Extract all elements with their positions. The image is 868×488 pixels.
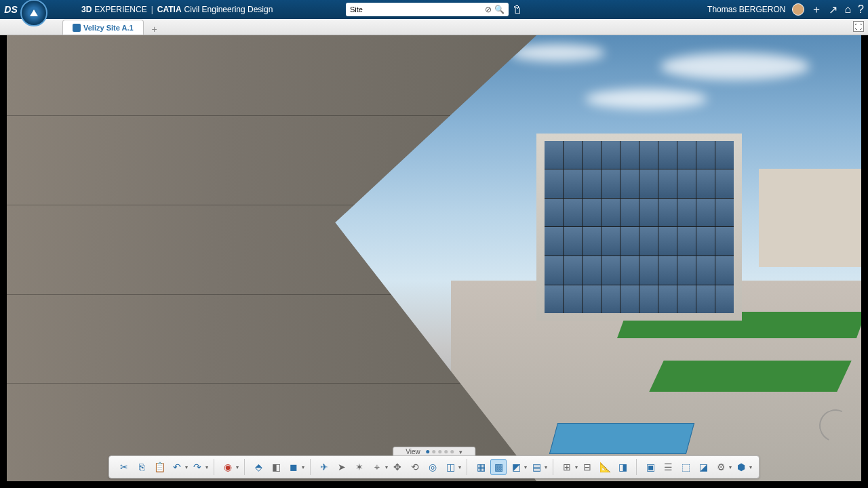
render-wireframe-button[interactable]: ▩ xyxy=(490,459,507,475)
platform-bold: 3D xyxy=(81,5,92,14)
app-title: 3DEXPERIENCE | CATIA Civil Engineering D… xyxy=(81,5,273,14)
viewport-3d[interactable] xyxy=(7,35,861,481)
user-name: Thomas BERGERON xyxy=(707,5,785,14)
avatar[interactable] xyxy=(792,3,804,16)
fit-all-button[interactable]: ✶ xyxy=(351,459,368,475)
capture-button[interactable]: ▣ xyxy=(642,459,658,475)
cube-view-button[interactable]: ⬢ xyxy=(733,459,749,475)
fly-button[interactable]: ✈ xyxy=(316,459,332,475)
section-button[interactable]: ◨ xyxy=(614,459,631,475)
undo-button[interactable]: ↶ xyxy=(169,459,185,475)
cut-button[interactable]: ✂ xyxy=(116,459,132,475)
redo-button[interactable]: ↷ xyxy=(189,459,205,475)
maximize-button[interactable]: ⛶ xyxy=(853,21,864,32)
app-name: Civil Engineering Design xyxy=(184,5,273,14)
primitive-button[interactable]: ◼ xyxy=(285,459,302,475)
tab-label: Velizy Site A.1 xyxy=(83,24,134,32)
logo-cluster: DS xyxy=(4,0,47,26)
render-shaded-button[interactable]: ▦ xyxy=(473,459,489,475)
search-area: ⊘ 🔍 🏷 xyxy=(346,3,522,16)
split-view-button[interactable]: ⊞ xyxy=(559,459,575,475)
view-orientation-widget[interactable] xyxy=(819,409,852,442)
zoom-area-button[interactable]: ⌖ xyxy=(369,459,385,475)
boolean-button[interactable]: ◧ xyxy=(268,459,284,475)
look-at-button[interactable]: ◎ xyxy=(425,459,441,475)
copy-button[interactable]: ⎘ xyxy=(134,459,150,475)
help-icon[interactable]: ? xyxy=(858,3,864,16)
compass-icon[interactable] xyxy=(20,0,47,26)
building-far xyxy=(759,169,861,267)
measure-button[interactable]: 📐 xyxy=(597,459,613,475)
toolbar-pager[interactable] xyxy=(426,450,454,453)
tab-bar: Velizy Site A.1 + ⛶ xyxy=(0,19,868,35)
share-icon[interactable]: ↗ xyxy=(829,3,837,16)
bottom-toolbar: ✂ ⎘ 📋 ↶▾ ↷▾ ◉▾ ⬘ ◧ ◼▾ ✈ ➤ ✶ ⌖▾ ✥ ⟲ ◎ ◫▾ … xyxy=(108,455,760,479)
search-input[interactable] xyxy=(350,5,485,14)
paste-button[interactable]: 📋 xyxy=(151,459,167,475)
brand-name: CATIA xyxy=(157,5,182,14)
chevron-down-icon[interactable]: ▾ xyxy=(459,449,462,455)
tag-icon[interactable]: 🏷 xyxy=(512,5,523,14)
create-body-button[interactable]: ⬘ xyxy=(250,459,267,475)
toolbar-label-text: View xyxy=(406,448,420,455)
tab-doc-icon xyxy=(73,24,81,32)
settings-button[interactable]: ⚙ xyxy=(713,459,729,475)
building-glass xyxy=(536,134,741,321)
render-material-button[interactable]: ◩ xyxy=(508,459,524,475)
normal-view-button[interactable]: ◫ xyxy=(442,459,458,475)
render-edges-button[interactable]: ▤ xyxy=(528,459,545,475)
pan-button[interactable]: ✥ xyxy=(389,459,406,475)
tab-active[interactable]: Velizy Site A.1 xyxy=(62,20,144,35)
add-icon[interactable]: ＋ xyxy=(811,3,822,17)
ds-logo-icon[interactable]: DS xyxy=(4,3,18,16)
platform-rest: EXPERIENCE xyxy=(94,5,146,14)
isolate-button[interactable]: ◪ xyxy=(695,459,711,475)
rotate-button[interactable]: ⟲ xyxy=(407,459,423,475)
user-area: Thomas BERGERON ＋ ↗ ⌂ ? xyxy=(707,3,864,17)
split-h-button[interactable]: ⊟ xyxy=(579,459,595,475)
select-button[interactable]: ➤ xyxy=(334,459,350,475)
title-separator: | xyxy=(151,5,153,14)
top-bar: DS 3DEXPERIENCE | CATIA Civil Engineerin… xyxy=(0,0,868,19)
search-icon[interactable]: 🔍 xyxy=(494,5,505,14)
landscape-grass xyxy=(649,361,852,392)
tree-filter-button[interactable]: ☰ xyxy=(660,459,676,475)
home-icon[interactable]: ⌂ xyxy=(844,3,851,16)
update-button[interactable]: ◉ xyxy=(220,459,236,475)
clear-icon[interactable]: ⊘ xyxy=(485,5,492,14)
link-view-button[interactable]: ⬚ xyxy=(677,459,694,475)
tab-add-button[interactable]: + xyxy=(146,24,163,35)
search-box[interactable]: ⊘ 🔍 xyxy=(346,3,509,16)
water-feature xyxy=(549,423,694,454)
